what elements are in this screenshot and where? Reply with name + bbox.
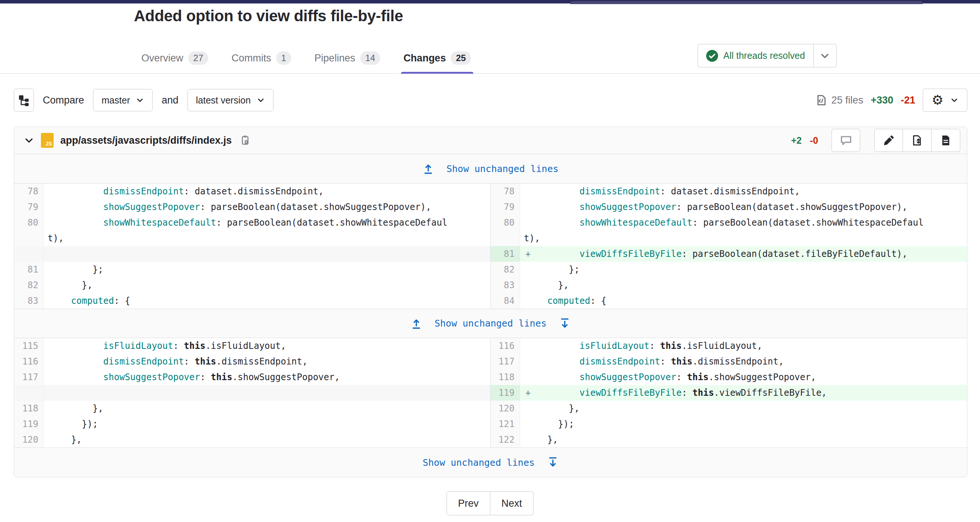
- old-code-cell: },: [44, 432, 490, 447]
- old-code-cell: t),: [44, 230, 490, 246]
- new-line-number[interactable]: 84: [490, 293, 520, 309]
- old-line-number[interactable]: 82: [14, 278, 44, 293]
- old-line-number: [14, 385, 44, 401]
- old-line-number[interactable]: 117: [14, 369, 44, 385]
- old-code-cell: [44, 385, 490, 401]
- chevron-down-icon: [136, 96, 144, 104]
- new-code-cell: });: [520, 416, 967, 432]
- tab-commits[interactable]: Commits 1: [229, 51, 294, 74]
- old-line-number[interactable]: 83: [14, 293, 44, 309]
- file-actions-group: [874, 129, 960, 152]
- diff-file-panel: JS app/assets/javascripts/diffs/index.js…: [14, 126, 967, 477]
- document-text-icon: [940, 135, 951, 146]
- collapse-file-chevron-icon[interactable]: [24, 135, 34, 145]
- old-line-number[interactable]: 116: [14, 354, 44, 369]
- diff-row: 81+ viewDiffsFileByFile: parseBoolean(da…: [14, 246, 967, 262]
- diff-row: 80 showWhitespaceDefault: parseBoolean(d…: [14, 215, 967, 230]
- tab-pipelines[interactable]: Pipelines 14: [312, 51, 382, 74]
- new-line-number[interactable]: 117: [490, 354, 520, 369]
- expand-lines-down-row[interactable]: Show unchanged lines: [14, 447, 967, 477]
- old-line-number[interactable]: 78: [14, 184, 44, 199]
- old-line-number[interactable]: 120: [14, 432, 44, 447]
- new-line-number[interactable]: 78: [490, 184, 520, 199]
- old-code-cell: showSuggestPopover: parseBoolean(dataset…: [44, 199, 490, 215]
- tab-overview[interactable]: Overview 27: [139, 51, 211, 74]
- page-title: Added option to view diffs file-by-file: [134, 7, 403, 25]
- chevron-down-icon: [257, 96, 265, 104]
- next-file-button[interactable]: Next: [490, 492, 534, 515]
- new-line-number[interactable]: 80: [490, 215, 520, 230]
- new-line-number[interactable]: 119: [490, 385, 520, 401]
- diff-row: 119+ viewDiffsFileByFile: this.viewDiffs…: [14, 385, 967, 401]
- deletions-count: -21: [901, 94, 915, 106]
- new-code-cell: };: [520, 262, 967, 278]
- navbar-search-bar[interactable]: [570, 1, 923, 4]
- new-code-cell: t),: [520, 230, 967, 246]
- copy-path-icon[interactable]: [239, 135, 250, 146]
- new-code-cell: + viewDiffsFileByFile: this.viewDiffsFil…: [520, 385, 967, 401]
- old-line-number[interactable]: 115: [14, 338, 44, 354]
- tab-count-badge: 25: [450, 51, 471, 65]
- new-line-number[interactable]: 81: [490, 246, 520, 262]
- top-navbar: [0, 0, 980, 4]
- new-line-number[interactable]: 83: [490, 278, 520, 293]
- target-version-value: latest version: [196, 95, 251, 106]
- old-line-number[interactable]: 81: [14, 262, 44, 278]
- chevron-down-icon: [819, 51, 830, 61]
- old-code-cell: dismissEndpoint: dataset.dismissEndpoint…: [44, 184, 490, 199]
- new-line-number[interactable]: 120: [490, 401, 520, 416]
- show-unchanged-lines-link[interactable]: Show unchanged lines: [447, 163, 558, 174]
- mr-header: Added option to view diffs file-by-file …: [0, 5, 980, 74]
- new-code-cell: showSuggestPopover: parseBoolean(dataset…: [520, 199, 967, 215]
- tab-count-badge: 27: [188, 51, 209, 65]
- edit-file-button[interactable]: [874, 129, 903, 152]
- prev-file-button[interactable]: Prev: [447, 492, 490, 515]
- source-branch-dropdown[interactable]: master: [93, 89, 153, 111]
- toggle-comments-button[interactable]: [832, 129, 860, 152]
- expand-lines-both-row[interactable]: Show unchanged lines: [14, 309, 967, 338]
- all-threads-resolved-button[interactable]: All threads resolved: [698, 44, 814, 67]
- diff-file-header: JS app/assets/javascripts/diffs/index.js…: [14, 127, 967, 154]
- diff-row: t),t),: [14, 230, 967, 246]
- old-line-number[interactable]: 79: [14, 199, 44, 215]
- old-code-cell: [44, 246, 490, 262]
- diff-row: 78 dismissEndpoint: dataset.dismissEndpo…: [14, 184, 967, 199]
- diff-row: 82 },83 },: [14, 278, 967, 293]
- old-code-cell: },: [44, 278, 490, 293]
- file-deletions: -0: [810, 135, 818, 146]
- new-line-number[interactable]: 116: [490, 338, 520, 354]
- file-tree-toggle-button[interactable]: [14, 89, 34, 112]
- threads-resolved-dropdown-caret[interactable]: [814, 44, 837, 67]
- additions-count: +330: [870, 94, 893, 106]
- old-line-number: [14, 246, 44, 262]
- conjunction-label: and: [161, 94, 178, 106]
- tab-changes[interactable]: Changes 25: [401, 51, 473, 74]
- diff-row: 115 isFluidLayout: this.isFluidLayout,11…: [14, 338, 967, 354]
- new-line-number[interactable]: 82: [490, 262, 520, 278]
- file-path[interactable]: app/assets/javascripts/diffs/index.js: [60, 135, 232, 146]
- show-unchanged-lines-link[interactable]: Show unchanged lines: [434, 318, 547, 329]
- diff-stats: 25 files +330 -21 ⚙: [816, 89, 967, 112]
- new-line-number[interactable]: 121: [490, 416, 520, 432]
- old-line-number[interactable]: 80: [14, 215, 44, 230]
- new-line-number[interactable]: 79: [490, 199, 520, 215]
- old-line-number[interactable]: 118: [14, 401, 44, 416]
- new-line-number[interactable]: 122: [490, 432, 520, 447]
- code-file-icon: [816, 94, 827, 106]
- view-file-button[interactable]: [932, 129, 960, 152]
- new-line-number: [490, 230, 520, 246]
- compare-versions-button[interactable]: [903, 129, 932, 152]
- old-line-number[interactable]: 119: [14, 416, 44, 432]
- new-line-number[interactable]: 118: [490, 369, 520, 385]
- file-additions: +2: [791, 135, 802, 146]
- files-count: 25 files: [816, 94, 864, 106]
- diff-settings-dropdown[interactable]: ⚙: [923, 89, 967, 112]
- diff-row: 120 },122 },: [14, 432, 967, 447]
- new-code-cell: showSuggestPopover: this.showSuggestPopo…: [520, 369, 967, 385]
- file-pagination: Prev Next: [447, 492, 533, 515]
- source-branch-value: master: [102, 95, 130, 106]
- target-version-dropdown[interactable]: latest version: [188, 89, 274, 111]
- show-unchanged-lines-link[interactable]: Show unchanged lines: [423, 457, 535, 468]
- old-code-cell: showWhitespaceDefault: parseBoolean(data…: [44, 215, 490, 230]
- expand-lines-up-row[interactable]: Show unchanged lines: [14, 154, 967, 184]
